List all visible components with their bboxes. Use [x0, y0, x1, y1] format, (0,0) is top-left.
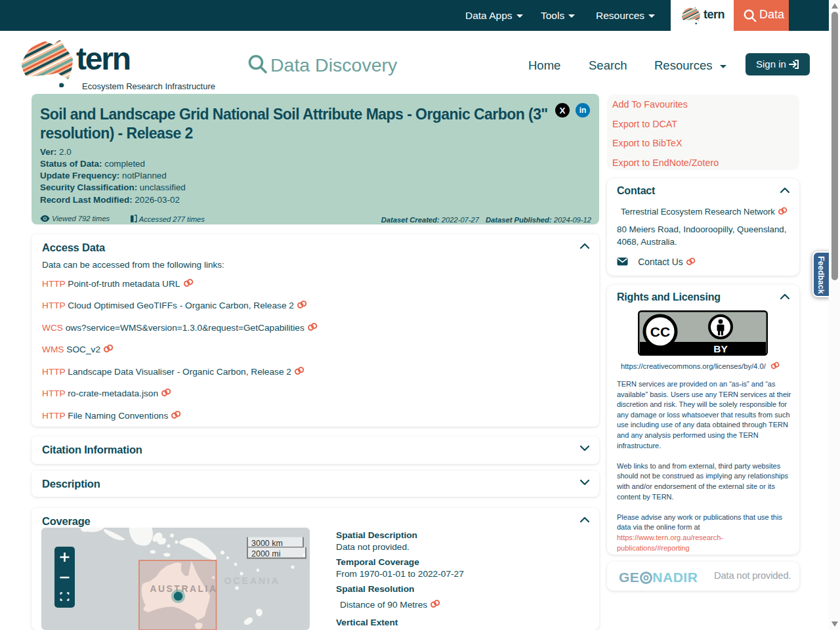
svg-text:BY: BY [713, 343, 728, 354]
svg-text:CC: CC [650, 324, 670, 339]
svg-text:OCEANIA: OCEANIA [224, 576, 280, 586]
svg-text:in: in [579, 106, 587, 115]
svg-text:X: X [559, 106, 565, 116]
svg-text:2000 mi: 2000 mi [251, 549, 280, 558]
svg-text:3000 km: 3000 km [251, 539, 283, 548]
